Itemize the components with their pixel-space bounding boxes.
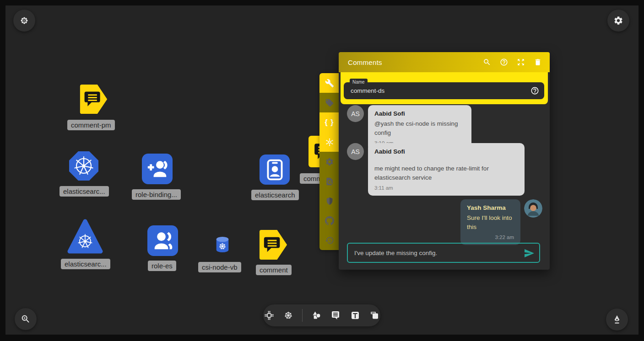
braces-tool-button[interactable]: { } — [319, 112, 339, 132]
message-text: me might need to change the rate-limit f… — [374, 164, 518, 182]
message-text: Sure I'll look into this — [467, 213, 514, 231]
message-text: @yash the csi-node is missing config — [374, 119, 465, 137]
chat-message-own: Yash Sharma Sure I'll look into this 3:2… — [460, 199, 542, 245]
expand-icon[interactable] — [517, 58, 525, 66]
message-bubble: Yash Sharma Sure I'll look into this 3:2… — [460, 199, 520, 245]
kubernetes-octagon-icon — [67, 149, 100, 182]
delete-icon[interactable] — [534, 58, 542, 66]
message-bubble: Aabid Sofi me might need to change the r… — [368, 143, 525, 196]
settings-button[interactable] — [607, 10, 629, 32]
circuit-tool-button[interactable] — [263, 309, 275, 321]
tag-icon — [325, 98, 334, 107]
settings-tool-button[interactable] — [319, 152, 339, 171]
doc-search-tool-button[interactable] — [319, 171, 339, 191]
note-tool-button[interactable] — [368, 309, 380, 321]
users-icon — [146, 224, 179, 257]
help-icon[interactable] — [500, 58, 508, 66]
node-elasticsearch[interactable] — [259, 154, 291, 186]
shield-icon — [325, 197, 334, 206]
node-label[interactable]: elasticsearch — [251, 190, 299, 200]
node-role-binding[interactable] — [141, 153, 173, 185]
node-label[interactable]: csi-node-vb — [198, 262, 241, 272]
node-role-es[interactable] — [146, 224, 179, 257]
name-field: Name — [344, 82, 544, 99]
shield-tool-button[interactable] — [319, 191, 339, 211]
node-elasticsearch-pv[interactable] — [67, 218, 103, 254]
node-label[interactable]: elasticsearc... — [60, 186, 109, 197]
braces-icon: { } — [325, 118, 334, 127]
comments-panel: Comments Name AS Aabid Sofi @yash the cs… — [339, 52, 550, 270]
node-elasticsearch-pod[interactable] — [67, 149, 100, 182]
zoom-in-icon — [21, 314, 31, 324]
node-label[interactable]: role-es — [148, 261, 176, 271]
name-help-icon[interactable] — [530, 86, 539, 95]
send-button[interactable] — [524, 248, 535, 259]
wrench-icon — [325, 79, 334, 88]
pen-tool-button[interactable] — [606, 309, 628, 330]
circuit-icon — [264, 310, 275, 321]
comment-input[interactable] — [348, 244, 539, 262]
node-label[interactable]: comment-pm — [67, 120, 115, 130]
name-input[interactable] — [344, 82, 544, 99]
element-side-toolbar: { } — [319, 73, 339, 250]
app-menu-button[interactable] — [13, 10, 35, 32]
send-icon — [524, 248, 535, 259]
node-label[interactable]: elasticsearc... — [61, 259, 110, 269]
add-user-icon — [141, 153, 173, 185]
comment-tool-button[interactable] — [330, 309, 341, 321]
comment-composer — [347, 243, 540, 263]
database-cylinder-icon — [214, 236, 231, 254]
node-label[interactable]: comment — [256, 265, 292, 275]
history-icon — [325, 236, 334, 245]
avatar: AS — [347, 143, 364, 160]
gear-icon — [325, 157, 334, 166]
shapes-tool-button[interactable] — [310, 309, 322, 321]
panel-title: Comments — [348, 59, 483, 66]
avatar-photo — [524, 199, 542, 218]
message-time: 3:11 am — [374, 185, 518, 191]
message-author: Yash Sharma — [467, 204, 514, 211]
comments-panel-header[interactable]: Comments — [339, 52, 550, 72]
note-icon — [369, 310, 380, 321]
message-author: Aabid Sofi — [374, 148, 518, 155]
comment-bubble-icon — [330, 310, 341, 321]
tag-tool-button[interactable] — [319, 93, 339, 112]
message-time: 3:22 am — [467, 234, 514, 240]
zoom-in-button[interactable] — [15, 308, 37, 330]
comment-pennant-icon — [257, 229, 290, 261]
chat-message: AS Aabid Sofi me might need to change th… — [347, 143, 525, 196]
text-tool-button[interactable] — [349, 309, 361, 321]
shapes-icon — [311, 310, 322, 321]
github-tool-button[interactable] — [319, 211, 339, 230]
search-icon[interactable] — [483, 58, 491, 66]
node-csi-node[interactable] — [214, 236, 231, 254]
mesh-tool-button[interactable] — [319, 132, 339, 152]
node-label[interactable]: role-binding... — [132, 189, 181, 200]
pen-nib-icon — [612, 314, 622, 325]
wrench-tool-button[interactable] — [319, 73, 339, 93]
comment-pennant-icon — [78, 83, 110, 115]
shape-toolbar — [263, 304, 380, 326]
doc-search-icon — [325, 177, 334, 186]
avatar: AS — [347, 105, 364, 122]
history-tool-button[interactable] — [319, 230, 339, 250]
kubernetes-triangle-icon — [67, 218, 103, 254]
node-comment[interactable] — [257, 229, 290, 261]
mesh-hub-icon — [325, 138, 334, 147]
message-author: Aabid Sofi — [374, 110, 465, 117]
github-icon — [325, 216, 334, 225]
app-logo-flower-icon — [19, 16, 29, 26]
toolbar-divider — [302, 309, 303, 322]
kubernetes-tool-button[interactable] — [283, 309, 295, 321]
text-tool-icon — [350, 310, 361, 321]
node-comment-pm[interactable] — [78, 83, 110, 115]
gear-icon — [613, 16, 623, 26]
kubernetes-wheel-icon — [283, 310, 294, 321]
id-badge-icon — [259, 154, 291, 186]
name-field-highlight: Name — [341, 72, 548, 104]
